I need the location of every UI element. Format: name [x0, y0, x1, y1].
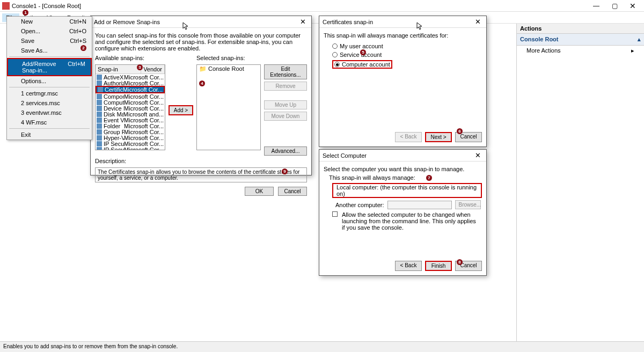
- snapin-row[interactable]: IP Security Policy M...Microsoft Cor...: [96, 146, 165, 150]
- close-button[interactable]: ✕: [624, 1, 642, 11]
- window-title: Console1 - [Console Root]: [12, 3, 587, 9]
- dialog-title: Select Computer: [323, 152, 367, 159]
- add-remove-snapins-dialog: Add or Remove Snap-ins ✕ You can select …: [90, 16, 312, 175]
- intro-text: You can select snap-ins for this console…: [95, 32, 307, 52]
- file-recent-1[interactable]: 1 certmgr.msc: [7, 89, 92, 98]
- computer-name-input: [387, 201, 452, 209]
- snapin-row[interactable]: Computer Managem...Microsoft Cor...: [96, 99, 165, 105]
- back-button: < Back: [395, 132, 422, 142]
- file-saveas[interactable]: Save As...: [7, 46, 92, 55]
- available-label: Available snap-ins:: [95, 55, 165, 61]
- actions-more[interactable]: More Actions▸: [517, 46, 644, 56]
- snapin-row[interactable]: Disk ManagementMicrosoft and...: [96, 111, 165, 117]
- select-computer-dialog: Select Computer✕ Select the computer you…: [319, 149, 487, 276]
- file-add-remove-snapin[interactable]: Add/Remove Snap-in...Ctrl+M: [7, 58, 92, 76]
- snapin-row[interactable]: Authorization Manag...Microsoft Cor...: [96, 80, 165, 86]
- annotation-3: 3: [137, 64, 143, 70]
- snapin-row[interactable]: IP Security MonitorMicrosoft Cor...: [96, 141, 165, 146]
- radio-my-user[interactable]: My user account: [324, 42, 482, 50]
- file-recent-4[interactable]: 4 WF.msc: [7, 118, 92, 127]
- sub-text: This snap-in will always manage:: [324, 174, 482, 181]
- file-save[interactable]: SaveCtrl+S: [7, 36, 92, 46]
- maximize-button[interactable]: ▢: [605, 1, 624, 11]
- annotation-6: 6: [457, 128, 463, 134]
- cursor-icon: [182, 22, 189, 31]
- snapin-row[interactable]: FolderMicrosoft Cor...: [96, 123, 165, 129]
- app-icon: [2, 2, 10, 10]
- annotation-9: 9: [282, 168, 288, 174]
- snapin-row[interactable]: ActiveX ControlMicrosoft Cor...: [96, 74, 165, 80]
- annotation-1: 1: [23, 10, 28, 16]
- cancel-button[interactable]: Cancel: [278, 187, 307, 196]
- radio-another[interactable]: Another computer:Browse...: [324, 199, 482, 210]
- remove-button: Remove: [264, 82, 307, 91]
- snapin-row[interactable]: CertificatesMicrosoft Cor...: [96, 86, 165, 93]
- titlebar: Console1 - [Console Root] — ▢ ✕: [0, 0, 644, 12]
- file-new[interactable]: NewCtrl+N: [7, 17, 92, 26]
- file-open[interactable]: Open...Ctrl+O: [7, 26, 92, 36]
- ok-button[interactable]: OK: [245, 187, 274, 196]
- description-label: Description:: [95, 158, 307, 164]
- moveup-button: Move Up: [264, 100, 307, 109]
- add-button[interactable]: Add >: [169, 105, 193, 115]
- separator: [9, 56, 90, 57]
- annotation-5: 5: [360, 49, 366, 55]
- browse-button: Browse...: [455, 200, 481, 209]
- dialog-close-button[interactable]: ✕: [473, 18, 483, 26]
- back-button[interactable]: < Back: [395, 261, 422, 271]
- annotation-4: 4: [199, 80, 205, 86]
- snapin-row[interactable]: Group Policy Object ...Microsoft Cor...: [96, 129, 165, 135]
- separator: [9, 128, 90, 129]
- minimize-button[interactable]: —: [587, 1, 605, 11]
- snapin-row[interactable]: Event ViewerMicrosoft Cor...: [96, 117, 165, 123]
- window-controls: — ▢ ✕: [587, 1, 642, 11]
- dialog-close-button[interactable]: ✕: [298, 18, 308, 26]
- selected-snapins-list[interactable]: 📁 Console Root: [196, 64, 261, 150]
- movedown-button: Move Down: [264, 112, 307, 121]
- file-recent-3[interactable]: 3 eventvwr.msc: [7, 108, 92, 118]
- dialog-title: Certificates snap-in: [323, 19, 373, 25]
- intro-text: This snap-in will always manage certific…: [324, 32, 482, 39]
- file-menu-dropdown: NewCtrl+N Open...Ctrl+O SaveCtrl+S Save …: [6, 16, 92, 140]
- radio-service[interactable]: Service account: [324, 50, 482, 59]
- snapin-row[interactable]: Device ManagerMicrosoft Cor...: [96, 105, 165, 111]
- snapin-row[interactable]: Component ServicesMicrosoft Cor...: [96, 93, 165, 99]
- dialog-close-button[interactable]: ✕: [473, 151, 483, 159]
- statusbar: Enables you to add snap-ins to or remove…: [0, 341, 644, 352]
- radio-local[interactable]: Local computer: (the computer this conso…: [324, 182, 482, 199]
- intro-text: Select the computer you want this snap-i…: [324, 166, 482, 172]
- edit-extensions-button[interactable]: Edit Extensions...: [264, 64, 307, 79]
- file-exit[interactable]: Exit: [7, 130, 92, 140]
- finish-button[interactable]: Finish: [425, 261, 452, 271]
- selected-console-root: 📁 Console Root: [197, 65, 260, 73]
- actions-pane: Actions Console Root▴ More Actions▸: [516, 24, 644, 341]
- allow-change-checkbox[interactable]: Allow the selected computer to be change…: [324, 210, 482, 232]
- annotation-2: 2: [80, 45, 86, 51]
- next-button[interactable]: Next >: [425, 132, 452, 142]
- certificates-snapin-dialog: Certificates snap-in✕ This snap-in will …: [319, 16, 487, 147]
- dialog-titlebar: Add or Remove Snap-ins ✕: [91, 16, 311, 28]
- actions-root[interactable]: Console Root▴: [517, 34, 644, 46]
- advanced-button[interactable]: Advanced...: [264, 146, 307, 156]
- annotation-8: 8: [457, 259, 463, 265]
- file-recent-2[interactable]: 2 services.msc: [7, 98, 92, 108]
- annotation-7: 7: [426, 175, 432, 181]
- description-box: The Certificates snap-in allows you to b…: [95, 167, 307, 182]
- cursor-icon: [416, 22, 423, 31]
- separator: [9, 87, 90, 87]
- selected-label: Selected snap-ins:: [196, 55, 261, 61]
- file-options[interactable]: Options...: [7, 76, 92, 86]
- available-snapins-list[interactable]: Snap-inVendor ActiveX ControlMicrosoft C…: [95, 64, 165, 150]
- snapin-row[interactable]: Hyper-V ManagerMicrosoft Cor...: [96, 135, 165, 141]
- actions-header: Actions: [517, 24, 644, 34]
- dialog-title: Add or Remove Snap-ins: [94, 19, 160, 25]
- radio-computer[interactable]: Computer account: [324, 59, 482, 70]
